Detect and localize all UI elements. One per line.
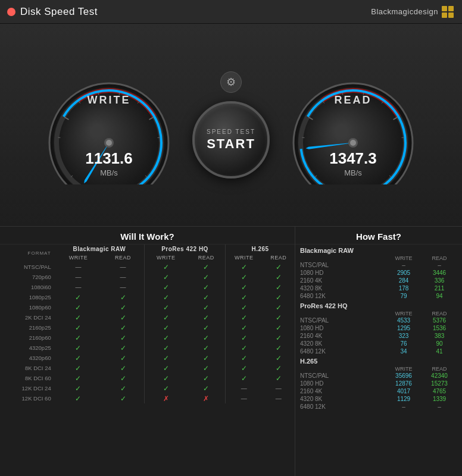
- check-cell: ✓: [55, 393, 102, 403]
- check-cell: —: [102, 282, 144, 292]
- bmraw-write-header: WRITE: [55, 253, 102, 262]
- check-cell: ✓: [226, 282, 263, 292]
- check-cell: ✓: [55, 373, 102, 383]
- start-button[interactable]: SPEED TEST START: [192, 101, 270, 178]
- write-col-header: WRITE: [386, 255, 422, 261]
- format-cell: NTSC/PAL: [0, 262, 55, 272]
- write-label: WRITE: [88, 94, 131, 107]
- check-cell: ✓: [263, 282, 295, 292]
- format-cell: 720p60: [0, 272, 55, 282]
- write-value: 1129: [386, 396, 422, 402]
- prores-header: ProRes 422 HQ: [144, 245, 225, 253]
- table-row: 2160p60✓✓✓✓✓✓: [0, 333, 295, 343]
- table-row: 2160p25✓✓✓✓✓✓: [0, 322, 295, 333]
- check-cell: ✓: [263, 262, 295, 272]
- check-cell: ✗: [188, 393, 226, 403]
- check-cell: ✓: [263, 302, 295, 312]
- read-col-header: READ: [422, 255, 457, 261]
- check-cell: ✓: [226, 312, 263, 322]
- check-cell: ✓: [102, 292, 144, 302]
- check-cell: ✓: [102, 312, 144, 322]
- write-value: –: [386, 262, 422, 268]
- check-cell: ✓: [188, 292, 226, 302]
- check-cell: ✓: [55, 383, 102, 393]
- check-cell: ✓: [188, 343, 226, 353]
- fast-row: 2160 4K284336: [295, 277, 462, 284]
- check-cell: —: [102, 272, 144, 282]
- read-value: –: [422, 403, 457, 410]
- read-value: 3446: [422, 270, 457, 276]
- check-cell: ✓: [144, 363, 187, 373]
- table-row: 1080p60✓✓✓✓✓✓: [0, 302, 295, 312]
- check-cell: —: [226, 393, 263, 403]
- write-value: 178: [386, 285, 422, 292]
- check-cell: ✓: [55, 343, 102, 353]
- res-label: 4320 8K: [300, 340, 386, 347]
- format-header: FORMAT: [0, 245, 55, 262]
- close-button[interactable]: [7, 8, 15, 16]
- check-cell: ✓: [188, 282, 226, 292]
- check-cell: ✓: [188, 373, 226, 383]
- res-label: 2160 4K: [300, 388, 386, 394]
- check-cell: ✓: [144, 312, 187, 322]
- read-value: 41: [422, 348, 457, 355]
- check-cell: ✓: [144, 353, 187, 363]
- check-cell: ✓: [263, 333, 295, 343]
- read-value: 15273: [422, 380, 457, 387]
- read-col-header: READ: [422, 311, 457, 317]
- check-cell: ✓: [102, 363, 144, 373]
- brand-icon: [442, 6, 454, 18]
- res-label: 2160 4K: [300, 333, 386, 339]
- check-cell: ✓: [226, 353, 263, 363]
- settings-button[interactable]: ⚙: [220, 71, 242, 93]
- check-cell: —: [55, 262, 102, 272]
- format-cell: 8K DCI 24: [0, 363, 55, 373]
- res-label: NTSC/PAL: [300, 372, 386, 379]
- check-cell: ✓: [55, 292, 102, 302]
- h265-write-header: WRITE: [226, 253, 263, 262]
- will-it-work-table: FORMAT Blackmagic RAW ProRes 422 HQ H.26…: [0, 245, 295, 403]
- format-cell: 1080p60: [0, 302, 55, 312]
- check-cell: ✗: [144, 393, 187, 403]
- fast-row: 6480 12K3441: [295, 347, 462, 355]
- fast-row: 4320 8K7690: [295, 340, 462, 347]
- table-row: 4320p60✓✓✓✓✓✓: [0, 353, 295, 363]
- read-value: 383: [422, 333, 457, 339]
- title-bar: Disk Speed Test Blackmagicdesign: [0, 0, 462, 24]
- format-cell: 12K DCI 60: [0, 393, 55, 403]
- will-it-work-panel: Will It Work? FORMAT Blackmagic RAW ProR…: [0, 227, 295, 476]
- fast-row: 1080 HD29053446: [295, 269, 462, 277]
- check-cell: ✓: [263, 272, 295, 282]
- check-cell: ✓: [226, 262, 263, 272]
- check-cell: ✓: [226, 322, 263, 333]
- format-cell: 2K DCI 24: [0, 312, 55, 322]
- will-it-work-title: Will It Work?: [0, 227, 295, 245]
- res-label: 1080 HD: [300, 270, 386, 276]
- check-cell: ✓: [263, 322, 295, 333]
- check-cell: ✓: [263, 363, 295, 373]
- write-value: 34: [386, 348, 422, 355]
- prores-write-header: WRITE: [144, 253, 187, 262]
- read-value: 336: [422, 277, 457, 284]
- read-value: 90: [422, 340, 457, 347]
- write-value: 1295: [386, 325, 422, 331]
- check-cell: ✓: [226, 302, 263, 312]
- check-cell: ✓: [188, 353, 226, 363]
- check-cell: ✓: [55, 312, 102, 322]
- fast-row: 2160 4K323383: [295, 332, 462, 340]
- check-cell: ✓: [144, 282, 187, 292]
- check-cell: ✓: [102, 333, 144, 343]
- table-row: 720p60——✓✓✓✓: [0, 272, 295, 282]
- table-row: NTSC/PAL——✓✓✓✓: [0, 262, 295, 272]
- prores-read-header: READ: [188, 253, 226, 262]
- bmraw-read-header: READ: [102, 253, 144, 262]
- check-cell: ✓: [102, 322, 144, 333]
- read-value: 1347.3: [329, 149, 377, 168]
- check-cell: ✓: [144, 322, 187, 333]
- read-value: 94: [422, 293, 457, 299]
- table-row: 2K DCI 24✓✓✓✓✓✓: [0, 312, 295, 322]
- fast-row: NTSC/PAL––: [295, 261, 462, 269]
- check-cell: ✓: [188, 262, 226, 272]
- check-cell: ✓: [102, 383, 144, 393]
- how-fast-title: How Fast?: [295, 227, 462, 245]
